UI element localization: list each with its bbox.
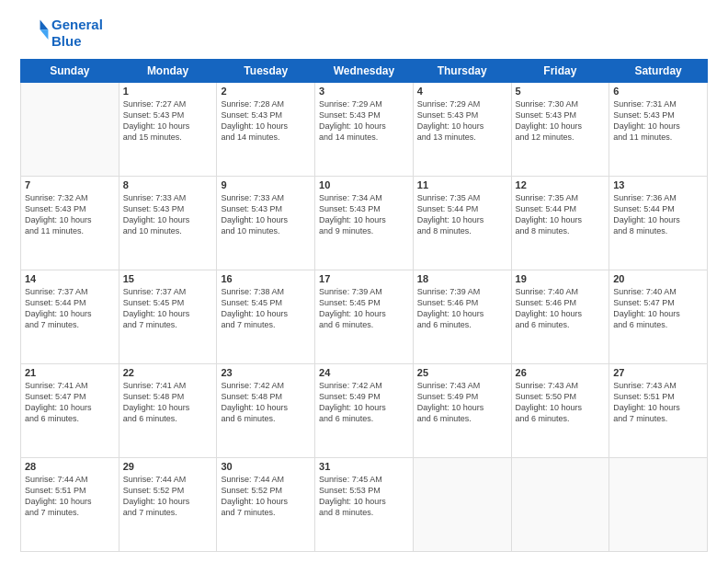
day-cell: 24Sunrise: 7:42 AM Sunset: 5:49 PM Dayli…: [315, 364, 414, 458]
day-number: 15: [123, 273, 213, 284]
day-cell: 21Sunrise: 7:41 AM Sunset: 5:47 PM Dayli…: [21, 364, 119, 458]
day-info: Sunrise: 7:29 AM Sunset: 5:43 PM Dayligh…: [319, 98, 409, 144]
week-row-5: 28Sunrise: 7:44 AM Sunset: 5:51 PM Dayli…: [21, 458, 708, 552]
week-row-4: 21Sunrise: 7:41 AM Sunset: 5:47 PM Dayli…: [21, 364, 708, 458]
day-number: 31: [319, 461, 409, 472]
day-info: Sunrise: 7:44 AM Sunset: 5:52 PM Dayligh…: [221, 474, 311, 519]
day-cell: 29Sunrise: 7:44 AM Sunset: 5:52 PM Dayli…: [119, 458, 217, 552]
weekday-saturday: Saturday: [609, 60, 708, 83]
day-cell: 2Sunrise: 7:28 AM Sunset: 5:43 PM Daylig…: [217, 83, 315, 177]
day-info: Sunrise: 7:40 AM Sunset: 5:46 PM Dayligh…: [516, 286, 606, 331]
day-number: 29: [123, 461, 213, 472]
logo-icon: [22, 17, 51, 46]
day-info: Sunrise: 7:41 AM Sunset: 5:48 PM Dayligh…: [123, 380, 213, 425]
day-number: 18: [417, 273, 507, 284]
day-info: Sunrise: 7:31 AM Sunset: 5:43 PM Dayligh…: [613, 98, 703, 144]
day-cell: 4Sunrise: 7:29 AM Sunset: 5:43 PM Daylig…: [413, 83, 511, 177]
day-cell: 8Sunrise: 7:33 AM Sunset: 5:43 PM Daylig…: [119, 177, 217, 270]
day-info: Sunrise: 7:28 AM Sunset: 5:43 PM Dayligh…: [221, 98, 311, 144]
day-cell: 3Sunrise: 7:29 AM Sunset: 5:43 PM Daylig…: [315, 83, 414, 177]
logo: General Blue: [20, 17, 103, 50]
day-cell: 18Sunrise: 7:39 AM Sunset: 5:46 PM Dayli…: [413, 270, 511, 364]
day-cell: 15Sunrise: 7:37 AM Sunset: 5:45 PM Dayli…: [119, 270, 217, 364]
day-number: 27: [613, 367, 703, 378]
weekday-wednesday: Wednesday: [315, 60, 414, 83]
day-number: 25: [417, 367, 507, 378]
day-info: Sunrise: 7:42 AM Sunset: 5:48 PM Dayligh…: [221, 380, 311, 425]
day-number: 30: [221, 461, 311, 472]
day-cell: 16Sunrise: 7:38 AM Sunset: 5:45 PM Dayli…: [217, 270, 315, 364]
day-number: 17: [319, 273, 409, 284]
day-cell: 6Sunrise: 7:31 AM Sunset: 5:43 PM Daylig…: [609, 83, 708, 177]
day-number: 26: [516, 367, 606, 378]
day-number: 9: [221, 179, 311, 190]
day-info: Sunrise: 7:30 AM Sunset: 5:43 PM Dayligh…: [516, 98, 606, 144]
day-number: 16: [221, 273, 311, 284]
day-info: Sunrise: 7:37 AM Sunset: 5:44 PM Dayligh…: [25, 286, 115, 331]
day-info: Sunrise: 7:40 AM Sunset: 5:47 PM Dayligh…: [613, 286, 703, 331]
day-info: Sunrise: 7:27 AM Sunset: 5:43 PM Dayligh…: [123, 98, 213, 144]
day-cell: 1Sunrise: 7:27 AM Sunset: 5:43 PM Daylig…: [119, 83, 217, 177]
day-info: Sunrise: 7:43 AM Sunset: 5:49 PM Dayligh…: [417, 380, 507, 425]
day-number: 13: [613, 179, 703, 190]
day-cell: 25Sunrise: 7:43 AM Sunset: 5:49 PM Dayli…: [413, 364, 511, 458]
weekday-thursday: Thursday: [413, 60, 511, 83]
week-row-2: 7Sunrise: 7:32 AM Sunset: 5:43 PM Daylig…: [21, 177, 708, 270]
day-cell: 26Sunrise: 7:43 AM Sunset: 5:50 PM Dayli…: [511, 364, 609, 458]
day-number: 1: [123, 86, 213, 97]
day-cell: 5Sunrise: 7:30 AM Sunset: 5:43 PM Daylig…: [511, 83, 609, 177]
day-info: Sunrise: 7:43 AM Sunset: 5:50 PM Dayligh…: [516, 380, 606, 425]
logo-text: General Blue: [51, 17, 103, 50]
day-cell: 7Sunrise: 7:32 AM Sunset: 5:43 PM Daylig…: [21, 177, 119, 270]
day-info: Sunrise: 7:39 AM Sunset: 5:45 PM Dayligh…: [319, 286, 409, 331]
weekday-friday: Friday: [511, 60, 609, 83]
day-info: Sunrise: 7:41 AM Sunset: 5:47 PM Dayligh…: [25, 380, 115, 425]
day-cell: 30Sunrise: 7:44 AM Sunset: 5:52 PM Dayli…: [217, 458, 315, 552]
day-info: Sunrise: 7:35 AM Sunset: 5:44 PM Dayligh…: [417, 192, 507, 237]
day-info: Sunrise: 7:43 AM Sunset: 5:51 PM Dayligh…: [613, 380, 703, 425]
day-cell: [21, 83, 119, 177]
day-info: Sunrise: 7:32 AM Sunset: 5:43 PM Dayligh…: [25, 192, 115, 237]
day-number: 23: [221, 367, 311, 378]
header: General Blue: [20, 17, 708, 50]
logo-blue: Blue: [51, 33, 103, 50]
day-number: 5: [516, 86, 606, 97]
day-number: 20: [613, 273, 703, 284]
day-number: 11: [417, 179, 507, 190]
day-info: Sunrise: 7:38 AM Sunset: 5:45 PM Dayligh…: [221, 286, 311, 331]
svg-marker-0: [40, 20, 49, 30]
day-info: Sunrise: 7:45 AM Sunset: 5:53 PM Dayligh…: [319, 474, 409, 519]
day-number: 24: [319, 367, 409, 378]
day-cell: [609, 458, 708, 552]
day-cell: 14Sunrise: 7:37 AM Sunset: 5:44 PM Dayli…: [21, 270, 119, 364]
day-number: 4: [417, 86, 507, 97]
day-info: Sunrise: 7:34 AM Sunset: 5:43 PM Dayligh…: [319, 192, 409, 237]
weekday-sunday: Sunday: [21, 60, 119, 83]
day-number: 14: [25, 273, 115, 284]
day-cell: 19Sunrise: 7:40 AM Sunset: 5:46 PM Dayli…: [511, 270, 609, 364]
day-number: 2: [221, 86, 311, 97]
day-number: 6: [613, 86, 703, 97]
day-cell: 11Sunrise: 7:35 AM Sunset: 5:44 PM Dayli…: [413, 177, 511, 270]
day-info: Sunrise: 7:29 AM Sunset: 5:43 PM Dayligh…: [417, 98, 507, 144]
day-cell: 9Sunrise: 7:33 AM Sunset: 5:43 PM Daylig…: [217, 177, 315, 270]
day-number: 21: [25, 367, 115, 378]
day-cell: 28Sunrise: 7:44 AM Sunset: 5:51 PM Dayli…: [21, 458, 119, 552]
day-cell: 27Sunrise: 7:43 AM Sunset: 5:51 PM Dayli…: [609, 364, 708, 458]
day-info: Sunrise: 7:33 AM Sunset: 5:43 PM Dayligh…: [123, 192, 213, 237]
day-info: Sunrise: 7:42 AM Sunset: 5:49 PM Dayligh…: [319, 380, 409, 425]
day-cell: [413, 458, 511, 552]
day-info: Sunrise: 7:35 AM Sunset: 5:44 PM Dayligh…: [516, 192, 606, 237]
logo-general: General: [51, 17, 103, 32]
day-cell: 22Sunrise: 7:41 AM Sunset: 5:48 PM Dayli…: [119, 364, 217, 458]
day-info: Sunrise: 7:37 AM Sunset: 5:45 PM Dayligh…: [123, 286, 213, 331]
day-number: 8: [123, 179, 213, 190]
day-info: Sunrise: 7:39 AM Sunset: 5:46 PM Dayligh…: [417, 286, 507, 331]
day-cell: 20Sunrise: 7:40 AM Sunset: 5:47 PM Dayli…: [609, 270, 708, 364]
day-number: 22: [123, 367, 213, 378]
weekday-monday: Monday: [119, 60, 217, 83]
page: General Blue SundayMondayTuesdayWednesda…: [0, 0, 728, 563]
weekday-header-row: SundayMondayTuesdayWednesdayThursdayFrid…: [21, 60, 708, 83]
week-row-3: 14Sunrise: 7:37 AM Sunset: 5:44 PM Dayli…: [21, 270, 708, 364]
svg-marker-1: [40, 29, 49, 40]
